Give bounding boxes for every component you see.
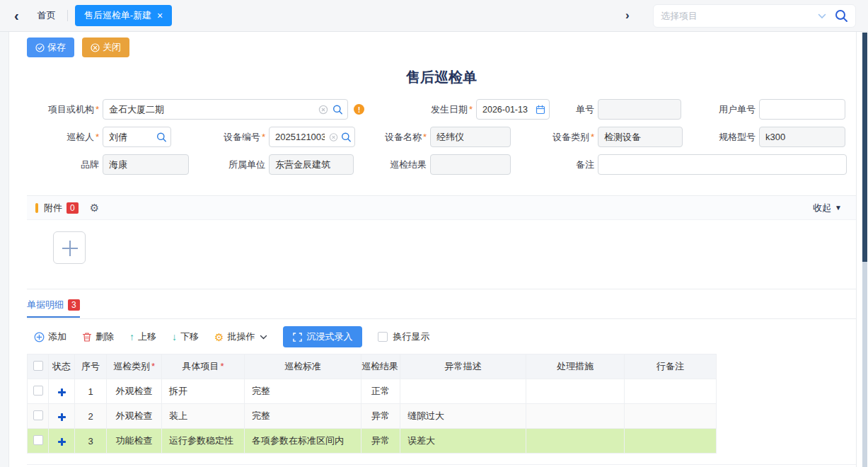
remark-input[interactable]: [598, 154, 847, 175]
tab-detail[interactable]: 单据明细 3: [27, 299, 80, 318]
project-input[interactable]: [103, 99, 348, 120]
table-row[interactable]: 1 外观检查 拆开 完整 正常: [28, 379, 717, 404]
field-spec-model: 规格型号: [704, 127, 845, 147]
close-button[interactable]: 关闭: [82, 38, 129, 57]
cell-action[interactable]: [526, 429, 625, 454]
add-row-icon[interactable]: [57, 388, 66, 397]
cell-standard[interactable]: 各项参数在标准区间内: [245, 429, 361, 454]
cell-result[interactable]: 异常: [361, 404, 400, 429]
cell-abnormal[interactable]: 误差大: [400, 429, 526, 454]
cell-abnormal[interactable]: [400, 379, 526, 404]
search-icon[interactable]: [332, 104, 343, 115]
save-button[interactable]: 保存: [27, 38, 74, 57]
project-select-input[interactable]: [661, 11, 818, 21]
tab-detail-label: 单据明细: [27, 299, 64, 311]
cell-item[interactable]: 装上: [162, 404, 245, 429]
add-row-icon[interactable]: [57, 413, 66, 422]
gear-icon[interactable]: ⚙: [90, 202, 99, 213]
field-date-label: 发生日期*: [396, 99, 473, 120]
field-device-name: 设备名称*: [375, 127, 511, 147]
search-icon[interactable]: [156, 132, 167, 142]
tab-active[interactable]: 售后巡检单-新建 ×: [75, 5, 173, 26]
cell-category[interactable]: 外观检查: [107, 379, 162, 404]
cell-note[interactable]: [625, 379, 717, 404]
upload-button[interactable]: [53, 231, 86, 264]
project-select[interactable]: [653, 4, 856, 28]
attachments-header: 附件 0 ⚙ 收起 ▼: [27, 196, 856, 220]
collapse-button[interactable]: 收起 ▼: [813, 202, 842, 214]
content-right-border: [856, 32, 857, 467]
device-name-input: [430, 127, 511, 147]
content-bottom-border: [27, 464, 856, 465]
table-row[interactable]: 2 外观检查 装上 完整 异常 缝隙过大: [28, 404, 717, 429]
field-device-no-label: 设备编号*: [212, 127, 265, 147]
add-button[interactable]: 添加: [34, 330, 66, 343]
field-remark-label: 备注: [559, 154, 594, 175]
col-category: 巡检类别*: [107, 354, 162, 379]
arrow-up-icon: ↑: [129, 331, 134, 342]
attachments-label: 附件: [44, 202, 62, 214]
forward-icon[interactable]: ›: [625, 9, 630, 21]
cell-abnormal[interactable]: 缝隙过大: [400, 404, 526, 429]
row-checkbox[interactable]: [33, 410, 43, 420]
table-row-selected[interactable]: 3 功能检查 运行参数稳定性 各项参数在标准区间内 异常 误差大: [28, 429, 717, 454]
plus-circle-icon: [34, 332, 45, 342]
row-checkbox[interactable]: [33, 435, 43, 445]
cell-note[interactable]: [625, 429, 717, 454]
search-icon[interactable]: [835, 9, 848, 23]
col-item: 具体项目*: [162, 354, 245, 379]
cell-seq: 1: [75, 379, 107, 404]
scrollbar-thumb[interactable]: [862, 33, 867, 262]
brand-input: [103, 154, 189, 175]
immersive-entry-button[interactable]: 沉浸式录入: [283, 326, 362, 347]
collapse-label: 收起: [813, 202, 831, 214]
cell-action[interactable]: [526, 379, 625, 404]
row-checkbox-cell: [28, 404, 49, 429]
field-date: 发生日期*: [396, 99, 550, 120]
spec-model-input: [759, 127, 845, 147]
move-down-label: 下移: [180, 330, 199, 343]
header-row: 状态 序号 巡检类别* 具体项目* 巡检标准 巡检结果* 异常描述 处理措施 行…: [28, 354, 717, 379]
add-row-icon[interactable]: [57, 437, 66, 446]
left-gutter: [0, 32, 9, 467]
cell-result[interactable]: 异常: [361, 429, 400, 454]
tab-home[interactable]: 首页: [37, 9, 56, 22]
cell-standard[interactable]: 完整: [245, 379, 361, 404]
back-icon[interactable]: ‹: [14, 8, 19, 23]
chevron-down-icon[interactable]: [818, 13, 826, 19]
col-abnormal: 异常描述: [400, 354, 526, 379]
clear-icon[interactable]: [329, 132, 338, 142]
calendar-icon[interactable]: [536, 105, 545, 115]
col-action: 处理措施: [526, 354, 625, 379]
field-user-order-no: 用户单号: [704, 99, 845, 120]
cell-category[interactable]: 外观检查: [107, 404, 162, 429]
wrap-checkbox[interactable]: [378, 332, 388, 342]
row-checkbox[interactable]: [33, 386, 43, 396]
info-icon[interactable]: !: [354, 104, 364, 115]
field-device-category: 设备类别*: [543, 127, 683, 147]
cell-note[interactable]: [625, 404, 717, 429]
detail-count-badge: 3: [68, 299, 80, 311]
detail-tabs: 单据明细 3: [27, 299, 80, 318]
tab-close-icon[interactable]: ×: [157, 11, 163, 21]
cell-item[interactable]: 运行参数稳定性: [162, 429, 245, 454]
scrollbar-track[interactable]: [862, 33, 867, 467]
batch-operation-button[interactable]: ⚙ 批操作: [214, 330, 267, 343]
move-up-button[interactable]: ↑ 上移: [129, 330, 156, 343]
cell-seq: 3: [75, 429, 107, 454]
cell-standard[interactable]: 完整: [245, 404, 361, 429]
chevron-down-icon: [260, 335, 267, 340]
move-down-button[interactable]: ↓ 下移: [172, 330, 199, 343]
col-standard: 巡检标准: [245, 354, 361, 379]
search-icon[interactable]: [341, 132, 352, 142]
delete-button[interactable]: 删除: [82, 330, 114, 343]
cell-category[interactable]: 功能检查: [107, 429, 162, 454]
cell-action[interactable]: [526, 404, 625, 429]
select-all-checkbox[interactable]: [33, 361, 43, 371]
clear-icon[interactable]: [318, 105, 328, 115]
trash-icon: [82, 332, 92, 342]
check-circle-icon: [35, 43, 45, 52]
cell-result[interactable]: 正常: [361, 379, 400, 404]
cell-item[interactable]: 拆开: [162, 379, 245, 404]
user-order-no-input[interactable]: [759, 99, 845, 120]
